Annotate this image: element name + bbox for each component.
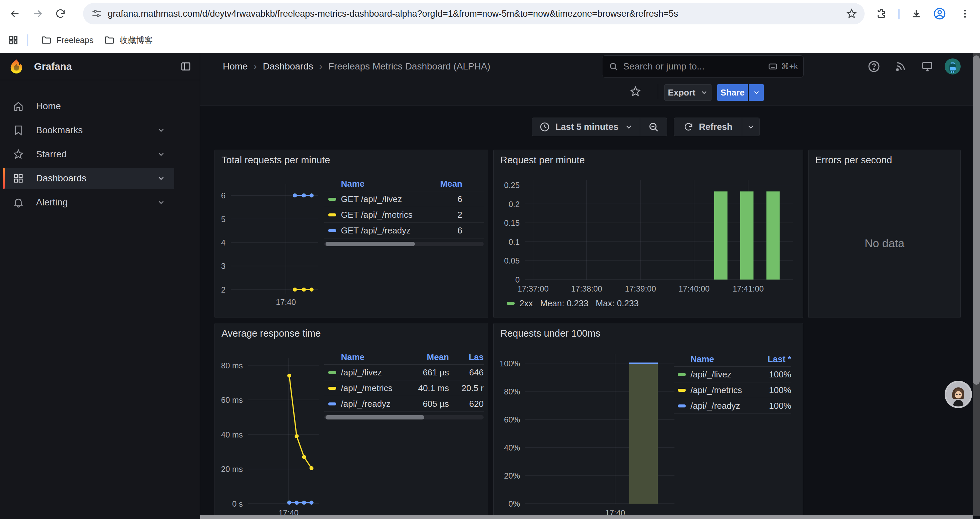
kebab-menu-icon: [960, 8, 970, 19]
legend-column-header[interactable]: Last *: [751, 354, 791, 364]
series-name[interactable]: GET /api/_/livez: [341, 194, 402, 204]
panel-title[interactable]: Errors per second: [815, 155, 892, 166]
browser-menu-button[interactable]: [957, 5, 973, 22]
chevron-down-icon[interactable]: [157, 126, 165, 134]
breadcrumb-dashboards[interactable]: Dashboards: [263, 61, 313, 72]
svg-text:17:40: 17:40: [276, 297, 296, 307]
downloads-button[interactable]: [908, 5, 924, 22]
floating-avatar[interactable]: [945, 381, 972, 408]
breadcrumb-home[interactable]: Home: [223, 61, 248, 72]
panel-request-per-minute[interactable]: Request per minute 0.250.20.150.10.05017…: [493, 150, 803, 318]
extensions-button[interactable]: [873, 5, 890, 22]
chevron-down-icon: [746, 123, 755, 131]
series-name[interactable]: /api/_/livez: [341, 367, 382, 378]
chevron-down-icon[interactable]: [624, 123, 633, 131]
favorite-dashboard-button[interactable]: [629, 85, 642, 98]
news-button[interactable]: [892, 58, 908, 75]
legend-column-header[interactable]: Mean: [399, 352, 449, 363]
profile-button[interactable]: [931, 5, 948, 22]
svg-text:0: 0: [515, 275, 520, 284]
apps-grid-icon[interactable]: [8, 35, 19, 45]
export-button[interactable]: Export: [665, 84, 711, 101]
bookmark-folder-freeleaps[interactable]: Freeleaps: [36, 32, 99, 48]
chevron-down-icon[interactable]: [157, 174, 165, 183]
collapse-sidebar-icon[interactable]: [180, 61, 191, 72]
help-button[interactable]: [866, 58, 882, 75]
series-name[interactable]: /api/_/metrics: [690, 385, 742, 395]
legend-column-header[interactable]: Name: [324, 352, 399, 363]
legend-column-header[interactable]: Mean: [422, 179, 462, 189]
horizontal-scrollbar[interactable]: [200, 515, 973, 519]
legend-row[interactable]: GET /api/_/metrics2: [324, 207, 484, 223]
bookmark-folder-blogs[interactable]: 收藏博客: [99, 32, 158, 48]
legend-row[interactable]: GET /api/_/readyz6: [324, 223, 484, 238]
legend-table: NameLast */api/_/livez100%/api/_/metrics…: [674, 352, 791, 414]
avatar-icon: [945, 58, 961, 75]
sidebar-item-dashboards[interactable]: Dashboards: [3, 168, 174, 189]
search-input[interactable]: [622, 61, 768, 72]
bar-chart[interactable]: 0.250.20.150.10.05017:37:0017:38:0017:39…: [494, 150, 803, 299]
chevron-down-icon[interactable]: [157, 150, 165, 159]
sidebar-item-bookmarks[interactable]: Bookmarks: [3, 120, 174, 141]
sidebar-item-label: Starred: [36, 149, 67, 160]
legend-row[interactable]: /api/_/metrics100%: [674, 382, 791, 398]
series-name[interactable]: /api/_/livez: [690, 369, 732, 380]
legend-column-header[interactable]: Las: [449, 352, 484, 363]
share-menu-button[interactable]: [749, 84, 764, 101]
forward-button[interactable]: [29, 5, 46, 22]
legend-scrollbar[interactable]: [324, 242, 484, 246]
legend-row[interactable]: GET /api/_/livez6: [324, 192, 484, 207]
legend-row[interactable]: /api/_/livez661 µs646: [324, 365, 484, 380]
back-button[interactable]: [7, 5, 23, 22]
clock-icon: [539, 121, 550, 132]
chevron-down-icon[interactable]: [157, 198, 165, 207]
kiosk-mode-button[interactable]: [919, 58, 935, 75]
time-range-label[interactable]: Last 5 minutes: [555, 122, 619, 132]
time-range-group: Last 5 minutes: [532, 118, 667, 136]
address-bar[interactable]: grafana.mathmast.com/d/deytv4rwavabkb/fr…: [83, 3, 865, 24]
series-name[interactable]: /api/_/metrics: [341, 383, 393, 393]
bookmark-label: 收藏博客: [119, 35, 153, 46]
series-value: 646: [449, 367, 484, 378]
grafana-logo-icon[interactable]: [9, 59, 24, 74]
legend-row[interactable]: /api/_/livez100%: [674, 367, 791, 382]
legend-column-header[interactable]: Name: [324, 179, 422, 189]
share-button[interactable]: Share: [717, 84, 748, 101]
zoom-out-button[interactable]: [640, 121, 667, 133]
legend-scrollbar[interactable]: [324, 415, 484, 420]
panel-requests-under-100ms[interactable]: Requests under 100ms 100%80%60%40%20%0%1…: [493, 323, 803, 519]
url-text[interactable]: grafana.mathmast.com/d/deytv4rwavabkb/fr…: [108, 9, 846, 19]
legend-2xx-label[interactable]: 2xx: [519, 298, 533, 308]
panel-errors-per-second[interactable]: Errors per second No data: [808, 150, 961, 318]
user-avatar[interactable]: [945, 58, 961, 75]
site-settings-icon[interactable]: [91, 8, 102, 19]
vertical-scrollbar-thumb[interactable]: [973, 56, 980, 385]
legend-row[interactable]: /api/_/readyz605 µs620: [324, 396, 484, 412]
legend-row[interactable]: /api/_/metrics40.1 ms20.5 r: [324, 380, 484, 396]
legend-column-header[interactable]: Name: [674, 354, 751, 364]
refresh-button[interactable]: Refresh: [674, 122, 742, 132]
series-name[interactable]: /api/_/readyz: [690, 401, 740, 411]
series-name[interactable]: GET /api/_/metrics: [341, 210, 413, 220]
dashboard-header-band: [200, 80, 980, 106]
sidebar-item-alerting[interactable]: Alerting: [3, 192, 174, 213]
refresh-interval-button[interactable]: [742, 123, 759, 131]
reload-button[interactable]: [52, 5, 69, 22]
panel-total-requests[interactable]: Total requests per minute 6543217:40 Nam…: [215, 150, 488, 318]
sidebar-item-home[interactable]: Home: [3, 96, 174, 117]
bookmark-star-icon[interactable]: [846, 8, 857, 19]
legend-scrollbar-thumb[interactable]: [326, 415, 424, 420]
legend-scrollbar-thumb[interactable]: [326, 242, 415, 246]
legend-row[interactable]: /api/_/readyz100%: [674, 398, 791, 414]
star-icon: [13, 149, 24, 160]
svg-text:20%: 20%: [504, 471, 520, 480]
panel-avg-response-time[interactable]: Average response time 80 ms60 ms40 ms20 …: [215, 323, 488, 519]
search-bar[interactable]: ⌘+k: [602, 56, 803, 77]
series-color-pill: [678, 404, 686, 407]
vertical-scrollbar[interactable]: [973, 53, 980, 516]
series-name[interactable]: GET /api/_/readyz: [341, 225, 410, 236]
series-name[interactable]: /api/_/readyz: [341, 399, 391, 409]
legend-inline[interactable]: 2xx Mean: 0.233 Max: 0.233: [507, 298, 639, 308]
sidebar-item-starred[interactable]: Starred: [3, 144, 174, 165]
bookmarks-divider: [27, 34, 29, 46]
